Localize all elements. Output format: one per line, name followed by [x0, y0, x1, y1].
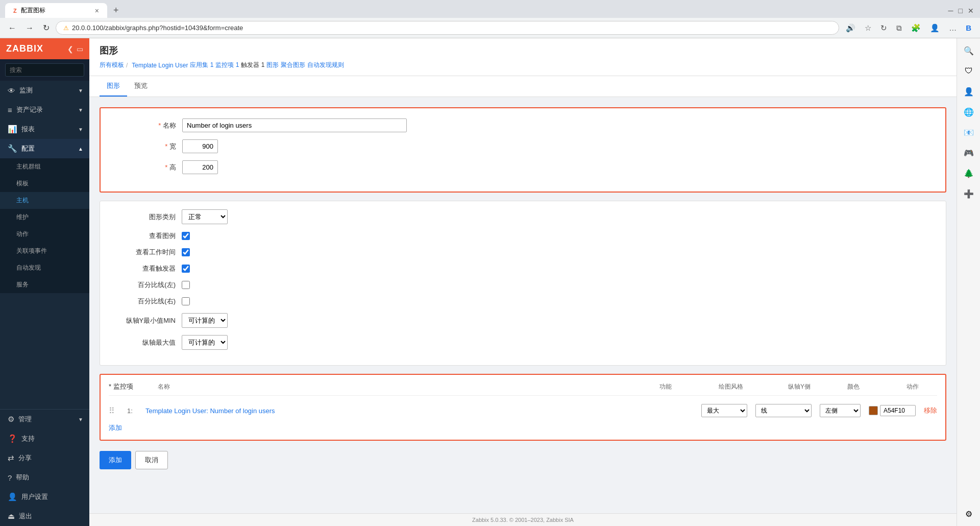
browser-maximize[interactable]: □ [959, 7, 963, 15]
height-label: 高 [116, 163, 182, 172]
name-label: 名称 [116, 121, 182, 130]
browser-tab[interactable]: Z 配置图标 × [5, 3, 107, 18]
ymin-row: 纵轴Y最小值MIN 可计算的 固定 监控项 [115, 313, 930, 328]
tab-preview[interactable]: 预览 [127, 76, 155, 97]
back-button[interactable]: ← [5, 21, 19, 35]
breadcrumb-triggers[interactable]: 监控项 1 [215, 61, 239, 69]
edge-icon-button[interactable]: B [962, 21, 975, 34]
right-panel-web-icon[interactable]: 🌐 [961, 104, 977, 120]
legend-checkbox[interactable] [182, 232, 190, 240]
extra-form-section: 图形类别 正常 堆积 饼图 分解饼图 查看图例 查看工作时间 [100, 201, 946, 366]
monitor-col-action-header: 动作 [906, 382, 937, 391]
type-label: 图形类别 [115, 212, 182, 222]
name-input[interactable] [182, 118, 407, 132]
main-content-wrapper: ZABBIX ❮ ▭ 👁 监测 ▼ ≡ 资产记录 ▼ 📊 报表 ▼ 🔧 配置 [0, 38, 980, 526]
color-text-input[interactable] [880, 405, 916, 416]
form-actions: 添加 取消 [100, 449, 946, 480]
right-panel-tree-icon[interactable]: 🌲 [961, 165, 977, 181]
monitor-item-row: ⠿ 1: Template Login User: Number of logi… [109, 401, 937, 420]
ymax-select[interactable]: 可计算的 固定 监控项 [182, 335, 228, 350]
breadcrumb-monitors[interactable]: 应用集 1 [190, 61, 213, 69]
right-panel-security-icon[interactable]: 🛡 [961, 63, 977, 79]
add-monitor-link[interactable]: 添加 [109, 423, 122, 433]
submit-button[interactable]: 添加 [100, 451, 131, 469]
sidebar-item-correlation[interactable]: 关联项事件 [0, 243, 89, 259]
refresh-icon-button[interactable]: ↻ [877, 21, 891, 35]
sidebar-item-monitor[interactable]: 👁 监测 ▼ [0, 81, 89, 100]
security-icon: ⚠ [63, 25, 69, 32]
monitor-item-num: 1: [127, 407, 137, 415]
address-bar[interactable]: ⚠ 20.0.0.100/zabbix/graphs.php?hostid=10… [56, 21, 839, 35]
triggers-checkbox[interactable] [182, 265, 190, 273]
sidebar-item-management[interactable]: ⚙ 管理 ▼ [0, 410, 89, 429]
refresh-button[interactable]: ↻ [40, 21, 53, 35]
sidebar-item-reports[interactable]: 📊 报表 ▼ [0, 119, 89, 139]
right-panel-add-icon[interactable]: ➕ [961, 185, 977, 202]
sidebar-collapse-button[interactable]: ❮ [67, 45, 74, 53]
favorites-button[interactable]: ☆ [861, 21, 875, 35]
sidebar-item-logout[interactable]: ⏏ 退出 [0, 507, 89, 526]
browser-chrome: Z 配置图标 × + ─ □ ✕ ← → ↻ ⚠ 20.0.0.100/zabb… [0, 0, 980, 38]
split-button[interactable]: ⧉ [893, 21, 905, 35]
sidebar-item-share[interactable]: ⇄ 分享 [0, 448, 89, 468]
tab-close-button[interactable]: × [95, 7, 99, 15]
sidebar-item-services[interactable]: 服务 [0, 276, 89, 293]
sidebar-item-help[interactable]: ? 帮助 [0, 468, 89, 487]
sidebar-item-templates[interactable]: 模板 [0, 175, 89, 192]
percent-left-label: 百分比线(左) [115, 280, 182, 290]
browser-profile-button[interactable]: 👤 [926, 21, 943, 35]
read-aloud-button[interactable]: 🔊 [842, 21, 859, 35]
sidebar-item-hosts[interactable]: 主机 [0, 192, 89, 209]
monitor-axis-select[interactable]: 左侧 右侧 [820, 404, 861, 417]
type-select[interactable]: 正常 堆积 饼图 分解饼图 [182, 209, 228, 224]
browser-toolbar: ← → ↻ ⚠ 20.0.0.100/zabbix/graphs.php?hos… [0, 18, 980, 38]
config-arrow-icon: ▲ [78, 146, 83, 152]
sidebar-item-assets[interactable]: ≡ 资产记录 ▼ [0, 100, 89, 119]
monitor-item-link[interactable]: Template Login User: Number of login use… [145, 407, 693, 415]
sidebar-item-support[interactable]: ❓ 支持 [0, 429, 89, 448]
monitor-func-select[interactable]: 最大 最小 平均 合计 [701, 404, 747, 417]
width-label: 宽 [116, 142, 182, 151]
ymin-select[interactable]: 可计算的 固定 监控项 [182, 313, 228, 328]
search-input[interactable] [5, 63, 84, 77]
page-header: 图形 所有模板 / Template Login User 应用集 1 监控项 … [89, 38, 957, 76]
breadcrumb-web[interactable]: 自动发现规则 [307, 61, 344, 69]
sidebar-item-actions[interactable]: 动作 [0, 226, 89, 243]
height-input[interactable] [182, 160, 218, 174]
ymax-label: 纵轴最大值 [115, 338, 182, 347]
more-button[interactable]: … [945, 21, 960, 34]
percent-right-checkbox[interactable] [182, 297, 190, 305]
extensions-button[interactable]: 🧩 [908, 21, 924, 35]
browser-minimize[interactable]: ─ [948, 7, 953, 15]
breadcrumb-graphs-current: 触发器 1 [241, 61, 264, 69]
management-arrow-icon: ▼ [78, 417, 83, 422]
right-panel-mail-icon[interactable]: 📧 [961, 124, 977, 140]
sidebar-kiosk-button[interactable]: ▭ [77, 45, 83, 53]
right-panel-settings-icon[interactable]: ⚙ [961, 506, 977, 522]
breadcrumb-aggregate[interactable]: 图形 [266, 61, 279, 69]
work-time-checkbox[interactable] [182, 248, 190, 256]
percent-left-checkbox[interactable] [182, 281, 190, 289]
sidebar-item-host-groups[interactable]: 主机群组 [0, 158, 89, 175]
tab-graph[interactable]: 图形 [100, 76, 127, 97]
support-icon: ❓ [8, 434, 17, 443]
right-panel-user-icon[interactable]: 👤 [961, 83, 977, 100]
new-tab-button[interactable]: + [109, 3, 123, 18]
breadcrumb-all-templates[interactable]: 所有模板 [100, 61, 124, 69]
cancel-button[interactable]: 取消 [135, 451, 168, 469]
sidebar-item-user-settings[interactable]: 👤 用户设置 [0, 487, 89, 507]
color-swatch[interactable] [869, 406, 878, 415]
sidebar-item-discovery[interactable]: 自动发现 [0, 259, 89, 276]
sidebar-item-maintenance[interactable]: 维护 [0, 209, 89, 226]
browser-close[interactable]: ✕ [968, 7, 974, 15]
right-panel-game-icon[interactable]: 🎮 [961, 145, 977, 161]
remove-button[interactable]: 移除 [924, 406, 937, 415]
drag-handle-icon[interactable]: ⠿ [109, 406, 119, 416]
right-panel-search-icon[interactable]: 🔍 [961, 42, 977, 59]
breadcrumb-apps[interactable]: Template Login User [132, 62, 188, 69]
width-input[interactable] [182, 139, 218, 153]
monitor-style-select[interactable]: 线 填充区域 粗线 点 虚线 渐变线 [755, 404, 812, 417]
forward-button[interactable]: → [22, 21, 37, 35]
sidebar-item-config[interactable]: 🔧 配置 ▲ [0, 139, 89, 158]
breadcrumb-discovery[interactable]: 聚合图形 [281, 61, 305, 69]
